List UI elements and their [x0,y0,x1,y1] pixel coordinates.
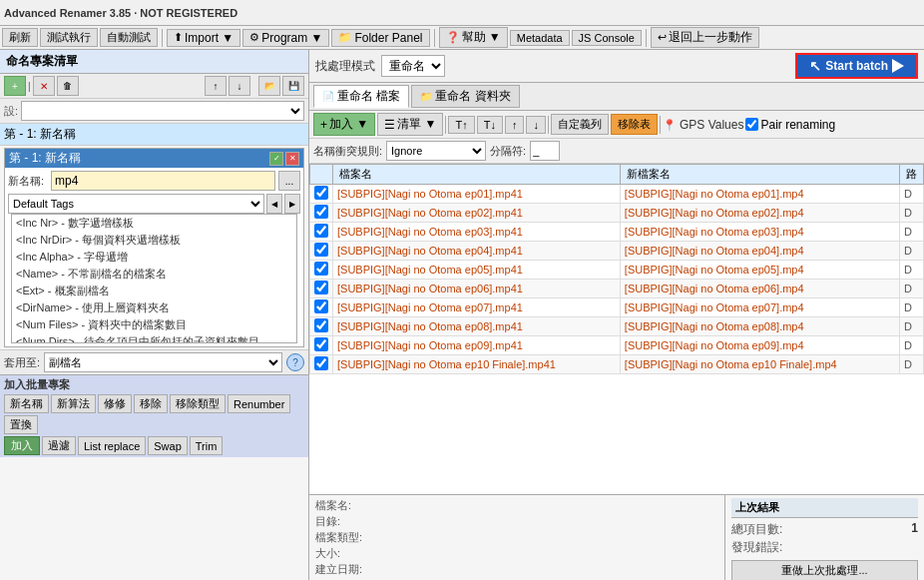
filename-cell: [SUBPIG][Nagi no Otoma ep02].mp41 [333,204,621,223]
file-table-container[interactable]: 檔案名 新檔案名 路 [SUBPIG][Nagi no Otoma ep01].… [309,164,924,494]
mode-select[interactable]: 重命名 [381,55,445,77]
reprocess-btn[interactable]: 重做上次批處理... [731,560,918,580]
dest-cell: D [900,204,924,223]
dots-btn[interactable]: ... [278,171,300,191]
preset-filter-select[interactable] [21,101,304,121]
tag-item-3[interactable]: <Name> - 不常副檔名的檔案名 [12,266,296,283]
sort-up1-btn[interactable]: T↑ [448,116,474,134]
table-row[interactable]: [SUBPIG][Nagi no Otoma ep05].mp41[SUBPIG… [310,261,924,280]
move-up-btn[interactable]: ↑ [205,76,227,96]
sort-down1-btn[interactable]: T↓ [477,116,503,134]
row-checkbox-5[interactable] [314,281,328,294]
sort-up2-btn[interactable]: ↑ [505,116,525,134]
remove-btn[interactable]: 移除 [134,394,168,413]
row-checkbox-6[interactable] [314,299,328,313]
list-action-btn[interactable]: ☰ 清單 ▼ [377,113,443,136]
tab-rename-folders-label: 重命名 資料夾 [435,88,510,105]
pair-renaming-checkbox[interactable] [745,118,758,131]
table-row[interactable]: [SUBPIG][Nagi no Otoma ep02].mp41[SUBPIG… [310,204,924,223]
row-checkbox-8[interactable] [314,337,328,351]
save-btn[interactable]: 💾 [282,76,304,96]
gps-values-btn[interactable]: 📍 GPS Values [663,118,744,132]
tag-item-0[interactable]: <Inc Nr> - 數字遞增樣板 [12,215,296,232]
help-btn[interactable]: ❓ 幫助 ▼ [439,27,508,48]
tag-item-5[interactable]: <DirName> - 使用上層資料夾名 [12,299,296,316]
table-row[interactable]: [SUBPIG][Nagi no Otoma ep10 Finale].mp41… [310,355,924,374]
row-checkbox-9[interactable] [314,356,328,370]
folder-btn[interactable]: 📂 [258,76,280,96]
check-icon[interactable]: ✓ [269,152,283,166]
tab-rename-folders[interactable]: 📁 重命名 資料夾 [411,85,519,108]
batch-trim-btn[interactable]: Trim [190,436,224,455]
tags-arrow-left[interactable]: ◀ [266,194,282,214]
sort-down2-btn[interactable]: ↓ [526,116,546,134]
folder-panel-btn[interactable]: 📁 Folder Panel [331,29,429,47]
table-row[interactable]: [SUBPIG][Nagi no Otoma ep09].mp41[SUBPIG… [310,336,924,355]
table-row[interactable]: [SUBPIG][Nagi no Otoma ep06].mp41[SUBPIG… [310,280,924,298]
new-name-btn[interactable]: 新名稱 [4,394,49,413]
row-checkbox-2[interactable] [314,224,328,238]
found-row: 發現錯誤: [731,539,918,556]
tag-item-2[interactable]: <Inc Alpha> - 字母遞增 [12,249,296,266]
remove-x-btn[interactable]: ✕ [33,76,55,96]
delete-preset-btn[interactable]: 🗑 [57,76,79,96]
table-row[interactable]: [SUBPIG][Nagi no Otoma ep07].mp41[SUBPIG… [310,298,924,317]
tag-item-1[interactable]: <Inc NrDir> - 每個資料夾遞增樣板 [12,232,296,249]
batch-list-replace-btn[interactable]: List replace [78,436,146,455]
tags-category-select[interactable]: Default Tags [8,194,264,214]
replace-btn[interactable]: 置換 [4,415,38,434]
tag-item-6[interactable]: <Num Files> - 資料夾中的檔案數目 [12,316,296,333]
row-checkbox-7[interactable] [314,318,328,332]
row-checkbox-0[interactable] [314,186,328,200]
tag-item-4[interactable]: <Ext> - 概案副檔名 [12,283,296,299]
batch-add-btn[interactable]: 加入 [4,436,40,455]
fix-btn[interactable]: 修修 [98,394,132,413]
apply-label: 套用至: [4,355,40,370]
js-console-btn[interactable]: JS Console [572,30,642,46]
remove-type-btn[interactable]: 移除類型 [170,394,226,413]
renumber-btn[interactable]: Renumber [228,394,290,413]
add-preset-btn[interactable]: + [4,76,26,96]
table-row[interactable]: [SUBPIG][Nagi no Otoma ep03].mp41[SUBPIG… [310,223,924,242]
batch-swap-btn[interactable]: Swap [148,436,188,455]
table-row[interactable]: [SUBPIG][Nagi no Otoma ep08].mp41[SUBPIG… [310,317,924,336]
custom-columns-btn[interactable]: 自定義列 [551,114,609,135]
tags-arrow-right[interactable]: ▶ [284,194,300,214]
title-icon-group: ✓ ✕ [269,152,299,166]
apply-select[interactable]: 副檔名 [44,352,282,372]
tag-item-7[interactable]: <Num Dirs> - 待命名項目中所包括的子資料夾數目 [12,333,296,343]
start-batch-button[interactable]: ↖ Start batch [795,53,918,79]
row-checkbox-3[interactable] [314,243,328,257]
test-run-btn[interactable]: 測試執行 [40,28,98,47]
close-icon[interactable]: ✕ [285,152,299,166]
conflict-label: 名稱衝突規則: [313,144,382,159]
preset-toolbar: + | ✕ 🗑 ↑ ↓ 📂 💾 [0,74,308,99]
preset-item-active[interactable]: 第 - 1: 新名稱 [0,124,308,146]
col-newname: 新檔案名 [620,165,899,185]
metadata-btn[interactable]: Metadata [510,30,570,46]
tab-rename-files[interactable]: 📄 重命名 檔案 [313,85,409,108]
right-panel: 找處理模式 重命名 ↖ Start batch 📄 重命名 檔案 📁 重命名 資… [309,50,924,580]
name-input[interactable]: mp4 [51,171,275,191]
add-action-btn[interactable]: + 加入 ▼ [313,113,375,136]
name-field-row: 新名稱: mp4 ... [8,171,300,191]
col-filename: 檔案名 [333,165,621,185]
move-down-btn[interactable]: ↓ [229,76,250,96]
program-btn[interactable]: ⚙ Program ▼ [242,29,329,47]
new-algorithm-btn[interactable]: 新算法 [51,394,96,413]
refresh-btn[interactable]: 刷新 [2,28,38,47]
row-checkbox-1[interactable] [314,205,328,219]
row-checkbox-4[interactable] [314,262,328,276]
auto-test-btn[interactable]: 自動測試 [100,28,158,47]
table-row[interactable]: [SUBPIG][Nagi no Otoma ep01].mp41[SUBPIG… [310,185,924,204]
delete-list-btn[interactable]: 移除表 [611,114,658,135]
table-row[interactable]: [SUBPIG][Nagi no Otoma ep04].mp41[SUBPIG… [310,242,924,261]
undo-btn[interactable]: ↩ 退回上一步動作 [651,27,759,48]
import-btn[interactable]: ⬆ Import ▼ [167,29,240,47]
apply-help-btn[interactable]: ? [286,353,304,371]
sep-label: 分隔符: [490,144,526,159]
conflict-select[interactable]: Ignore [386,141,486,161]
sep-input[interactable]: _ [530,141,560,161]
batch-filter-btn[interactable]: 過濾 [42,436,76,455]
play-icon [892,59,904,73]
